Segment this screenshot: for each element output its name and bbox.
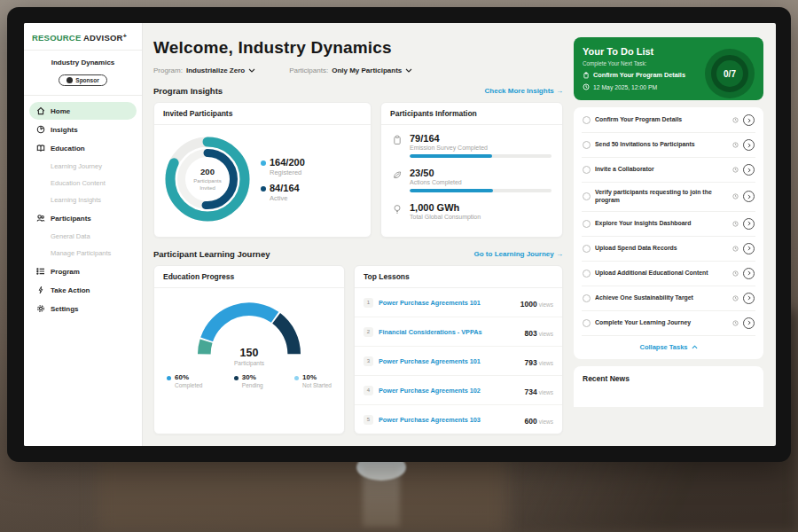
task-checkbox[interactable] [583, 220, 591, 228]
task-row-7[interactable]: Upload Additional Educational Content [582, 262, 755, 286]
photo-background: RESOURCE ADVISOR+ Industry Dynamics Spon… [0, 0, 798, 532]
task-row-9[interactable]: Complete Your Learning Journey [582, 311, 755, 336]
lesson-link[interactable]: Power Purchase Agreements 101 [379, 299, 515, 307]
rank-badge: 5 [364, 415, 373, 425]
lesson-row-5[interactable]: 5 Power Purchase Agreements 103 600views [355, 405, 562, 434]
task-checkbox[interactable] [583, 192, 591, 200]
sidebar-item-learning-insights[interactable]: Learning Insights [24, 192, 142, 208]
sidebar-item-label: Settings [51, 305, 79, 313]
task-open-button[interactable] [743, 191, 755, 202]
gear-icon [36, 304, 45, 313]
task-open-button[interactable] [743, 139, 755, 151]
not-started-dot [294, 376, 299, 380]
todo-next-task: Confirm Your Program Details [583, 71, 705, 79]
task-checkbox[interactable] [583, 270, 591, 278]
section-title: Participant Learning Journey [153, 249, 270, 259]
top-lessons-card: Top Lessons 1 Power Purchase Agreements … [354, 265, 563, 434]
list-icon [36, 267, 45, 276]
stat-consumption: 1,000 GWh Total Global Consumption [392, 202, 552, 223]
education-gauge-chart: 150 Participants [183, 297, 316, 366]
task-row-1[interactable]: Confirm Your Program Details [582, 108, 755, 133]
main-content: Welcome, Industry Dynamics Program: Indu… [143, 23, 574, 446]
sidebar-item-manage-participants[interactable]: Manage Participants [24, 245, 142, 262]
lesson-link[interactable]: Power Purchase Agreements 103 [379, 416, 520, 424]
task-open-button[interactable] [743, 268, 755, 279]
logo-secondary: ADVISOR [83, 33, 123, 43]
lesson-link[interactable]: Financial Considerations - VPPAs [379, 328, 520, 336]
arrow-right-icon: → [556, 250, 563, 258]
stat-label: Emission Survey Completed [410, 145, 552, 151]
task-open-button[interactable] [743, 164, 755, 176]
stat-actions-completed: 23/50 Actions Completed [392, 168, 552, 192]
task-checkbox[interactable] [583, 245, 591, 253]
task-row-3[interactable]: Invite a Collaborator [582, 158, 755, 183]
background-blur [98, 452, 505, 532]
logo-primary: RESOURCE [32, 33, 81, 43]
task-row-5[interactable]: Explore Your Insights Dashboard [582, 212, 755, 237]
take-action-icon [36, 286, 45, 294]
sidebar-item-learning-journey[interactable]: Learning Journey [24, 158, 142, 175]
sidebar-item-take-action[interactable]: Take Action [29, 281, 137, 299]
gauge-value: 150 [183, 347, 316, 359]
chevron-right-icon [747, 270, 751, 276]
go-to-learning-journey-link[interactable]: Go to Learning Journey → [474, 250, 563, 258]
sidebar-item-education[interactable]: Education [29, 139, 137, 157]
lesson-row-3[interactable]: 3 Power Purchase Agreements 101 793views [355, 347, 562, 376]
sidebar-item-program[interactable]: Program [29, 262, 137, 280]
legend-registered: 164/200 Registered [261, 157, 305, 176]
chevron-right-icon [747, 118, 751, 123]
lesson-link[interactable]: Power Purchase Agreements 101 [379, 357, 520, 365]
task-checkbox[interactable] [583, 141, 591, 149]
lesson-row-4[interactable]: 4 Power Purchase Agreements 102 734views [355, 376, 562, 405]
participants-icon [36, 214, 45, 223]
chevron-down-icon [248, 68, 255, 73]
clock-icon [732, 295, 739, 301]
task-open-button[interactable] [743, 114, 755, 126]
task-open-button[interactable] [743, 293, 755, 304]
sidebar-item-home[interactable]: Home [29, 102, 137, 120]
task-checkbox[interactable] [583, 166, 591, 174]
sponsor-icon [66, 77, 73, 83]
todo-task-list: Confirm Your Program Details Send 50 Inv… [574, 107, 763, 359]
sidebar-item-label: Program [51, 268, 80, 276]
monitor-stand-neck [363, 465, 400, 527]
task-checkbox[interactable] [583, 294, 591, 302]
clock-icon [732, 193, 739, 200]
sidebar-item-settings[interactable]: Settings [29, 300, 137, 317]
task-row-2[interactable]: Send 50 Invitations to Participants [582, 133, 755, 158]
sidebar-item-education-content[interactable]: Education Content [24, 175, 142, 192]
collapse-tasks-link[interactable]: Collapse Tasks [582, 336, 755, 357]
task-open-button[interactable] [743, 243, 755, 254]
legend-pending: 30%Pending [234, 373, 263, 388]
task-open-button[interactable] [743, 317, 755, 329]
clock-icon [732, 167, 739, 173]
task-row-8[interactable]: Achieve One Sustainability Target [582, 286, 755, 311]
todo-progress-value: 0/7 [711, 55, 748, 92]
task-open-button[interactable] [743, 218, 755, 230]
gauge-legend: 60%Completed 30%Pending 10%Not Started [163, 372, 335, 390]
lesson-row-2[interactable]: 2 Financial Considerations - VPPAs 803vi… [355, 317, 562, 347]
task-row-6[interactable]: Upload Spend Data Records [582, 237, 755, 262]
check-more-insights-link[interactable]: Check More Insights → [485, 87, 563, 95]
sidebar-item-participants[interactable]: Participants [29, 209, 137, 227]
chevron-right-icon [747, 221, 751, 226]
task-checkbox[interactable] [583, 319, 591, 327]
sponsor-badge[interactable]: Sponsor [59, 74, 106, 86]
program-dropdown[interactable]: Program: Industrialize Zero [153, 66, 255, 74]
legend-not-started: 10%Not Started [294, 373, 332, 388]
sponsor-badge-wrap: Sponsor [24, 71, 142, 87]
dashboard-screen: RESOURCE ADVISOR+ Industry Dynamics Spon… [24, 23, 776, 446]
active-label: Active [270, 194, 300, 202]
gauge-completed-segment [207, 309, 275, 340]
sidebar-item-general-data[interactable]: General Data [24, 228, 142, 245]
task-row-4[interactable]: Verify participants requesting to join t… [582, 183, 755, 212]
clock-icon [732, 117, 739, 123]
chevron-right-icon [747, 320, 751, 325]
lesson-link[interactable]: Power Purchase Agreements 102 [379, 387, 520, 395]
sidebar-item-insights[interactable]: Insights [29, 121, 137, 138]
participants-dropdown[interactable]: Participants: Only My Participants [289, 66, 412, 74]
lesson-row-1[interactable]: 1 Power Purchase Agreements 101 1000view… [355, 288, 562, 317]
insights-icon [36, 125, 45, 134]
registered-label: Registered [270, 168, 305, 176]
task-checkbox[interactable] [583, 116, 591, 124]
